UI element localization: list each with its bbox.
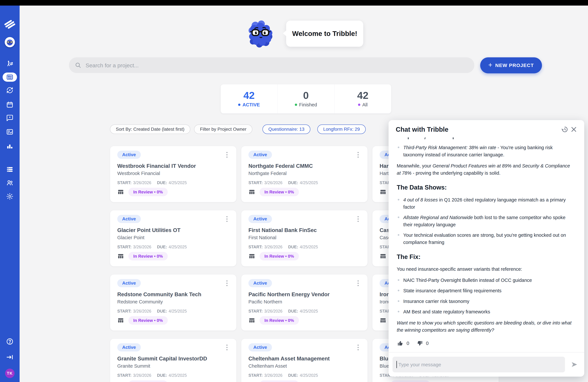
tribble-mascot (246, 18, 276, 50)
project-client: Pacific Northern (249, 299, 360, 305)
table-icon (249, 253, 255, 260)
kebab-menu-icon[interactable] (356, 343, 360, 352)
chat-bullet: Third-Party Risk Management: 38% win rat… (397, 144, 574, 158)
review-progress-badge: In Review • 0% (128, 316, 168, 325)
filter-row: Sort By: Created Date (latest first) Fil… (110, 125, 366, 134)
kebab-menu-icon[interactable] (225, 279, 229, 287)
project-dates: START:3/26/2026 DUE:4/25/2025 (249, 373, 360, 378)
questionnaire-chip[interactable]: Questionnaire: 13 (262, 125, 310, 134)
sidebar-item-handoff[interactable] (6, 60, 14, 67)
project-client: Northgate Federal (249, 171, 360, 176)
project-card[interactable]: Active Pacific Northern Energy Vendor Pa… (241, 274, 368, 331)
sidebar-item-help[interactable] (6, 338, 14, 345)
send-button[interactable] (569, 359, 579, 370)
chat-paragraph: Meanwhile, your General Product Features… (397, 162, 574, 177)
table-icon (249, 381, 255, 382)
sidebar-item-chat[interactable] (6, 114, 14, 122)
stat-all[interactable]: 42 All (334, 84, 391, 113)
project-client: First National (249, 235, 360, 240)
project-card[interactable]: Active Westbrook Financial IT Vendor Wes… (110, 146, 236, 202)
sort-chip[interactable]: Sort By: Created Date (latest first) (110, 125, 190, 134)
project-stats-card: 42 ACTIVE 0 Finished 42 All (220, 84, 391, 114)
sidebar-item-settings[interactable] (6, 193, 14, 200)
table-icon (117, 189, 124, 195)
top-bar (0, 0, 588, 5)
search-input[interactable] (85, 57, 468, 73)
table-icon (117, 253, 124, 260)
review-progress-badge: In Review • 0% (391, 380, 430, 382)
project-card[interactable]: Active First National Bank FinSec First … (241, 210, 368, 266)
all-dot (358, 104, 360, 106)
project-client: Granite Summit (117, 363, 229, 369)
sidebar-item-team[interactable] (6, 179, 14, 187)
review-progress-badge: In Review • 0% (128, 252, 168, 260)
kebab-menu-icon[interactable] (356, 151, 360, 159)
kebab-menu-icon[interactable] (356, 215, 360, 223)
project-card[interactable]: Active Cheltenham Asset Management Chelt… (241, 339, 368, 382)
project-title: Cheltenham Asset Management (249, 356, 360, 362)
sidebar-item-checklist[interactable] (6, 128, 14, 136)
chat-scroll[interactable]: Third-Party Risk Management: 38% win rat… (397, 136, 574, 352)
user-avatar[interactable]: TK (5, 369, 15, 378)
table-icon (249, 189, 255, 195)
tribble-assistant-avatar[interactable] (5, 37, 15, 47)
chat-bullet: 4 out of 8 losses in Q1 2026 cited regul… (397, 196, 574, 211)
table-icon (117, 381, 124, 382)
sidebar-item-sync[interactable] (6, 86, 14, 94)
thumbs-up-button[interactable] (397, 340, 404, 347)
review-progress-badge: In Review • 0% (260, 188, 299, 196)
chat-bullet-list: 4 out of 8 losses in Q1 2026 cited regul… (397, 196, 574, 246)
sidebar-item-sign-out[interactable] (6, 353, 14, 361)
sidebar-item-analytics[interactable] (6, 142, 14, 150)
status-badge: Active (117, 343, 141, 351)
owner-filter-chip[interactable]: Filter by Project Owner (194, 125, 252, 134)
status-badge: Active (117, 279, 141, 287)
longform-rfx-chip[interactable]: Longform RFx: 29 (317, 125, 366, 134)
kebab-menu-icon[interactable] (225, 215, 229, 223)
project-client: Westbrook Financial (117, 171, 229, 176)
project-client: Cheltenham Asset (249, 363, 360, 369)
user-initials: TK (7, 371, 13, 376)
project-card[interactable]: Active Redstone Community Bank Tech Reds… (110, 274, 236, 331)
chat-bullet: State insurance department filing requir… (397, 287, 574, 294)
status-badge: Active (249, 279, 272, 287)
status-badge: Active (117, 215, 141, 223)
project-dates: START:3/26/2026 DUE:4/25/2025 (117, 309, 229, 314)
tribble-logo-icon[interactable] (3, 18, 16, 31)
stat-active[interactable]: 42 ACTIVE (221, 84, 277, 113)
project-client: Glacier Point (117, 235, 229, 240)
project-card[interactable]: Active Northgate Federal CMMC Northgate … (241, 146, 368, 202)
status-badge: Active (249, 215, 272, 223)
chat-message-input[interactable] (398, 357, 562, 373)
chat-bullet-list: Third-Party Risk Management: 38% win rat… (397, 144, 574, 158)
chat-panel: Chat with Tribble Third-Party Risk Manag… (389, 120, 584, 377)
active-dot (238, 104, 240, 106)
chat-close-button[interactable] (569, 125, 578, 134)
project-title: Westbrook Financial IT Vendor (117, 163, 229, 169)
chat-bullet: Insurance carrier risk taxonomy (397, 298, 574, 305)
welcome-bubble: Welcome to Tribble! (286, 21, 363, 47)
chat-title: Chat with Tribble (396, 126, 560, 133)
new-project-button[interactable]: + NEW PROJECT (480, 57, 542, 73)
chat-bullet: Your technical evaluation scores are str… (397, 232, 574, 246)
chat-bullet-list: NAIC Third-Party Oversight Bulletin inst… (397, 276, 574, 315)
stat-finished[interactable]: 0 Finished (277, 84, 334, 113)
chat-history-button[interactable] (560, 125, 569, 134)
kebab-menu-icon[interactable] (225, 151, 229, 159)
sidebar-item-content-rows[interactable] (6, 166, 14, 173)
kebab-menu-icon[interactable] (356, 279, 360, 287)
sidebar-item-projects[interactable] (3, 73, 17, 82)
thumbs-down-count: 0 (426, 340, 429, 347)
close-icon (570, 126, 577, 133)
kebab-menu-icon[interactable] (225, 343, 229, 352)
project-card[interactable]: Active Glacier Point Utilities OT Glacie… (110, 210, 236, 266)
table-icon (117, 317, 124, 324)
project-title: Northgate Federal CMMC (249, 163, 360, 169)
thumbs-down-button[interactable] (416, 340, 423, 347)
review-progress-badge: In Review • 0% (128, 380, 168, 382)
plus-icon: + (488, 62, 492, 68)
sidebar-item-calendar[interactable] (6, 101, 14, 108)
project-card[interactable]: Active Granite Summit Capital InvestorDD… (110, 339, 236, 382)
project-client: Redstone Community (117, 299, 229, 305)
chat-paragraph: You need insurance-specific answer varia… (397, 266, 574, 273)
